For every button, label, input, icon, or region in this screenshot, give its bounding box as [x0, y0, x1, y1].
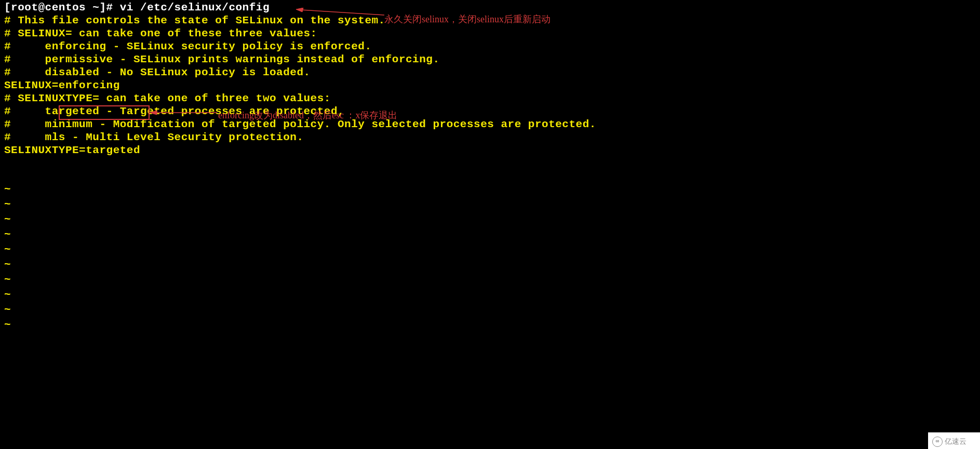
vi-tilde-line: ~	[4, 197, 976, 212]
svg-marker-1	[296, 8, 303, 12]
command-prompt-line[interactable]: [root@centos ~]# vi /etc/selinux/config	[4, 1, 976, 14]
vi-command: vi /etc/selinux/config	[120, 2, 270, 13]
vi-tilde-line: ~	[4, 212, 976, 227]
vi-tilde-line: ~	[4, 317, 976, 332]
file-line-selinux[interactable]: SELINUX=enforcing	[4, 79, 976, 92]
shell-prompt: [root@centos ~]#	[4, 2, 120, 13]
vi-tilde-line: ~	[4, 287, 976, 302]
annotation-note-middle: enforcing改为disabled，然后esc ：x保存退出	[218, 109, 397, 122]
annotation-note-top: 永久关闭selinux，关闭selinux后重新启动	[384, 13, 551, 26]
file-line[interactable]: # disabled - No SELinux policy is loaded…	[4, 66, 976, 79]
svg-marker-3	[150, 111, 157, 115]
vi-tilde-line: ~	[4, 302, 976, 317]
vi-tilde-line: ~	[4, 242, 976, 257]
vi-tilde-line: ~	[4, 257, 976, 272]
vi-tilde-line: ~	[4, 227, 976, 242]
file-line[interactable]: # permissive - SELinux prints warnings i…	[4, 53, 976, 66]
vi-tilde-line: ~	[4, 182, 976, 197]
file-line[interactable]: # mls - Multi Level Security protection.	[4, 131, 976, 144]
annotation-arrow-top	[296, 8, 384, 17]
file-line[interactable]: # enforcing - SELinux security policy is…	[4, 40, 976, 53]
file-line[interactable]: SELINUXTYPE=targeted	[4, 144, 976, 157]
watermark-badge: ∞ 亿速云	[928, 432, 980, 449]
vi-tilde-line: ~	[4, 272, 976, 287]
file-line[interactable]: # minimum - Modification of targeted pol…	[4, 118, 976, 131]
annotation-arrow-middle	[150, 110, 217, 115]
file-line[interactable]: # SELINUXTYPE= can take one of three two…	[4, 92, 976, 105]
svg-line-0	[301, 10, 384, 15]
watermark-icon: ∞	[932, 437, 943, 447]
highlight-box-enforcing	[59, 105, 150, 120]
file-line[interactable]: # SELINUX= can take one of these three v…	[4, 27, 976, 40]
vi-tilde-block: ~ ~ ~ ~ ~ ~ ~ ~ ~ ~	[4, 182, 976, 332]
watermark-text: 亿速云	[945, 435, 966, 448]
